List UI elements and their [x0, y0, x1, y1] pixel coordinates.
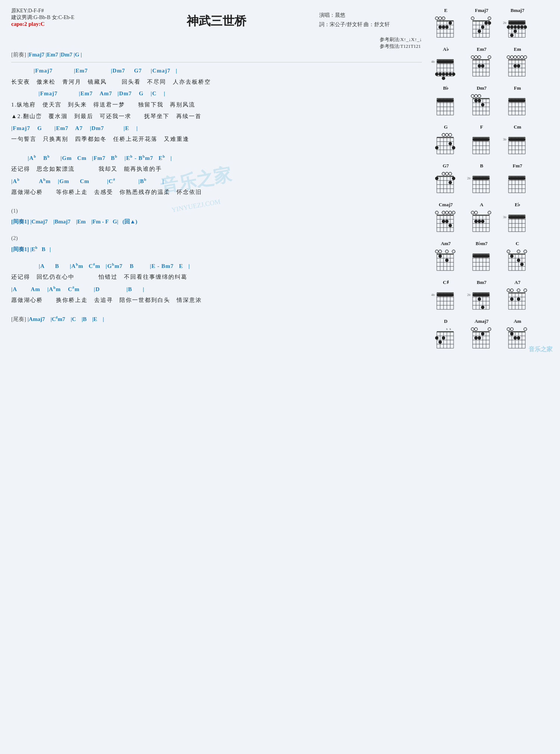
svg-text:2fr: 2fr	[503, 21, 507, 25]
chord-row: |Fmaj7 |Em7 |Dm7 G7 |Cmaj7 |	[11, 66, 422, 76]
chord-diagram: G	[429, 124, 462, 159]
svg-point-253	[449, 211, 452, 214]
svg-point-170	[452, 146, 455, 149]
svg-point-17	[439, 25, 442, 29]
svg-text:2fr: 2fr	[467, 177, 471, 180]
chord-diagram: B♭m7	[465, 241, 498, 276]
svg-point-169	[449, 142, 452, 145]
svg-point-394	[435, 336, 439, 340]
lyric-row: 1.纵地府 使天宫 到头来 得送君一梦 独留下我 再别风流	[11, 100, 422, 110]
svg-point-330	[524, 250, 527, 253]
svg-point-137	[471, 95, 474, 98]
svg-point-302	[452, 250, 455, 253]
svg-point-254	[452, 211, 455, 214]
svg-point-14	[449, 21, 452, 25]
svg-point-89	[471, 56, 474, 59]
svg-rect-183	[473, 138, 489, 141]
song-content: |Fmaj7 |Em7 |Dm7 G7 |Cmaj7 | 长安夜 傲来松 青河月…	[11, 66, 422, 324]
svg-point-270	[475, 211, 477, 214]
svg-point-299	[435, 250, 438, 253]
chord-diagram: Cmaj7	[429, 202, 462, 237]
chord-name-label: A	[465, 202, 498, 208]
svg-point-109	[517, 56, 520, 59]
svg-point-251	[442, 211, 445, 214]
chord-name-label: Am7	[429, 241, 462, 247]
svg-text:3fr: 3fr	[503, 138, 507, 141]
svg-point-16	[442, 25, 445, 29]
svg-rect-125	[437, 99, 454, 102]
svg-point-209	[445, 172, 448, 175]
svg-point-71	[445, 72, 449, 76]
finger-label: 参考指法:T121T121	[380, 43, 422, 50]
svg-text:x: x	[446, 327, 448, 331]
svg-point-272	[481, 220, 485, 223]
svg-point-250	[435, 211, 438, 214]
svg-point-410	[478, 336, 481, 340]
chord-name-label: Fmaj7	[465, 7, 498, 13]
chord-name-label: Fm	[501, 85, 534, 91]
svg-point-304	[439, 254, 442, 258]
svg-point-55	[510, 34, 514, 37]
svg-point-53	[507, 25, 510, 29]
svg-point-376	[524, 289, 527, 292]
svg-point-375	[517, 289, 520, 292]
svg-point-211	[449, 181, 452, 184]
chord-diagram: Fm	[501, 85, 534, 120]
chord-name-label: C	[501, 241, 534, 247]
svg-point-140	[481, 103, 485, 106]
meta-left: 原KEY:D-F-F# 建议男调:G-Bb-B 女:C-Eb-E capo:2 …	[11, 7, 114, 27]
svg-point-426	[517, 336, 520, 340]
svg-point-51	[514, 25, 517, 29]
svg-point-110	[520, 56, 523, 59]
svg-point-141	[478, 99, 481, 102]
chord-diagram: Bm72fr	[465, 279, 498, 315]
svg-text:2fr: 2fr	[467, 293, 471, 297]
chord-row: |Ab Bb |Gm Cm |Fm7 Bb |Eb - Bbm7 Eb |	[11, 153, 422, 163]
svg-text:x: x	[449, 327, 451, 331]
svg-point-257	[449, 224, 452, 227]
svg-point-301	[445, 250, 448, 253]
svg-point-303	[445, 259, 449, 262]
chord-name-label: Cmaj7	[429, 202, 462, 208]
svg-point-328	[507, 250, 510, 253]
svg-point-106	[507, 56, 510, 59]
svg-point-49	[520, 25, 524, 29]
svg-point-427	[514, 336, 517, 340]
svg-point-12	[439, 17, 442, 20]
chord-diagram: Am7	[429, 241, 462, 276]
svg-text:3fr: 3fr	[503, 216, 507, 219]
chord-diagrams: EFmaj7Bmaj72frA♭4frEm7EmB♭Dm7FmGFCm3frG7…	[429, 7, 549, 353]
svg-point-113	[514, 64, 517, 68]
chord-name-label: D	[429, 318, 462, 324]
svg-point-93	[481, 64, 485, 68]
svg-rect-47	[508, 22, 525, 25]
chord-diagram: E♭3fr	[501, 202, 534, 237]
svg-point-171	[435, 146, 439, 149]
chord-name-label: B♭	[429, 85, 462, 91]
chord-diagram: A	[465, 202, 498, 237]
chord-diagram: G7	[429, 163, 462, 198]
interlude2-label: (2)	[11, 234, 422, 243]
chord-name-label: Cm	[501, 124, 534, 130]
lyric-row: 愿做湖心桥 等你桥上走 去感受 你熟悉残存的温柔 怀念依旧	[11, 188, 422, 197]
svg-point-166	[442, 133, 445, 136]
svg-point-111	[524, 56, 527, 59]
svg-point-11	[435, 17, 438, 20]
chord-diagram: B2fr	[465, 163, 498, 198]
svg-point-70	[449, 72, 452, 76]
svg-point-373	[507, 289, 510, 292]
svg-point-409	[481, 332, 485, 336]
svg-point-408	[488, 328, 491, 331]
chord-diagram: Dm7	[465, 85, 498, 120]
svg-rect-359	[473, 294, 489, 297]
lyric-row2b: 愿做湖心桥 换你桥上走 去追寻 陪你一世都到白头 情深意浓	[11, 296, 422, 305]
outro-chords: [尾奏] |Amaj7 |C#m7 |C |B |E |	[11, 314, 422, 324]
svg-point-168	[449, 133, 452, 136]
svg-point-73	[439, 72, 442, 76]
svg-point-107	[510, 56, 513, 59]
chord-name-label: Am	[501, 318, 534, 324]
svg-point-273	[478, 220, 481, 223]
svg-point-142	[475, 99, 478, 102]
svg-point-31	[488, 21, 491, 25]
chord-diagram: Fm7	[501, 163, 534, 198]
